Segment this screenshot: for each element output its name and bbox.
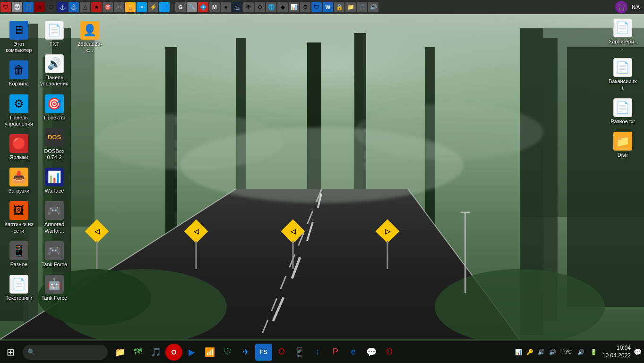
triangle-icon[interactable]: △ xyxy=(80,2,90,12)
music-app-icon[interactable]: 🎵 xyxy=(23,2,34,12)
m-icon[interactable]: M xyxy=(209,2,220,12)
anchor-icon[interactable]: ⚓ xyxy=(57,2,68,12)
transfer-icon[interactable]: ↕ xyxy=(309,344,326,361)
soldier-icon[interactable]: 🎯 xyxy=(103,2,113,12)
icon-dosbox[interactable]: DOS DOSBox0.74-2 xyxy=(38,126,71,162)
icon-armored[interactable]: 🎮 ArmoredWarfar... xyxy=(38,199,71,236)
volume-icon[interactable]: 🔊 xyxy=(576,347,586,357)
maps-icon[interactable]: 🗺 xyxy=(129,344,146,361)
opera2-icon[interactable]: O xyxy=(381,344,398,361)
rhombus-icon[interactable]: ◆ xyxy=(277,2,288,12)
search-bar[interactable]: 🔍 xyxy=(23,345,108,360)
icon-control-panel[interactable]: ⚙ Панельуправления xyxy=(2,93,35,129)
music-player-icon[interactable]: 🎵 xyxy=(147,344,164,361)
icon-233cad[interactable]: 👤 233cad2a-c... xyxy=(73,19,106,55)
globe-icon[interactable]: 🌐 xyxy=(266,2,276,12)
trophy-icon[interactable]: 🏆 xyxy=(125,2,136,12)
icon-harakt[interactable]: 📄 Характери... xyxy=(606,17,639,53)
textoviki-image: 📄 xyxy=(9,275,28,294)
red-diamond-icon[interactable]: 💠 xyxy=(198,2,208,12)
telegram-icon[interactable]: ✈ xyxy=(237,344,254,361)
system-clock[interactable]: 10:04 10.04.2022 xyxy=(602,345,631,359)
media-player-icon[interactable]: ▶ xyxy=(183,344,200,361)
steam-icon[interactable]: ♨ xyxy=(232,2,242,12)
icon-war-robots[interactable]: 🤖 Tank Force xyxy=(38,273,71,303)
wifi-icon[interactable]: 📶 xyxy=(201,344,218,361)
opera-icon[interactable]: O xyxy=(273,344,290,361)
icon-yarlyki[interactable]: 🔴 Ярлыки xyxy=(2,132,35,162)
raznoe-image: 📱 xyxy=(9,241,28,260)
svg-text:◁: ◁ xyxy=(290,228,296,235)
dosbox-label: DOSBox0.74-2 xyxy=(44,148,65,160)
settings-icon[interactable]: ⚙ xyxy=(255,2,265,12)
music3-icon[interactable]: 🎵 xyxy=(357,2,367,12)
icon-raznoe-txt[interactable]: 📄 Разное.txt xyxy=(606,96,639,127)
w-icon[interactable]: W xyxy=(323,2,333,12)
icon-proekty[interactable]: 🎯 Проекты xyxy=(38,93,71,123)
tray-vol2-icon[interactable]: 🔊 xyxy=(548,347,558,357)
harakt-image: 📄 xyxy=(613,18,632,37)
edge-icon[interactable]: e xyxy=(345,344,362,361)
tray-vol1-icon[interactable]: 🔊 xyxy=(536,347,547,357)
icon-this-pc[interactable]: 🖥 Этоткомпьютер xyxy=(2,19,35,55)
start-button[interactable]: ⊞ xyxy=(0,342,21,363)
file-explorer-icon[interactable]: 📁 xyxy=(112,344,129,361)
textoviki-label: Текстовики xyxy=(6,295,33,301)
kaspersky-icon[interactable]: 🛡 xyxy=(219,344,236,361)
233cad-image: 👤 xyxy=(80,21,99,40)
gena-icon[interactable]: G xyxy=(175,2,186,12)
svg-point-36 xyxy=(94,113,283,170)
this-pc-image: 🖥 xyxy=(9,21,28,40)
pocket-icon[interactable]: P xyxy=(327,344,344,361)
game-icon-5[interactable]: 🎮 xyxy=(114,2,124,12)
messenger-icon[interactable]: 💬 xyxy=(363,344,380,361)
233cad-label: 233cad2a-c... xyxy=(75,41,104,53)
shield-icon2[interactable]: 🛡 xyxy=(46,2,56,12)
tray-chart-icon[interactable]: 📊 xyxy=(514,347,524,357)
recycle-image: 🗑 xyxy=(9,60,28,79)
vakansii-image: 📄 xyxy=(613,58,632,77)
sound-label: Панель управления xyxy=(40,75,69,87)
purple-circle-icon[interactable]: 🎧 xyxy=(615,1,627,13)
circle-icon[interactable]: ● xyxy=(221,2,231,12)
gear-icon[interactable]: ⚙ xyxy=(300,2,310,12)
battery-icon[interactable]: 🔋 xyxy=(587,347,601,357)
icon-txt[interactable]: 📄 TXT xyxy=(38,19,71,49)
folder-icon[interactable]: 📁 xyxy=(345,2,356,12)
icon-vakansii[interactable]: 📄 Вакансии.txt xyxy=(606,56,639,93)
skull-icon[interactable]: 💀 xyxy=(12,2,22,12)
anchor2-icon[interactable]: ⚓ xyxy=(69,2,79,12)
diamond-icon[interactable]: 💠 xyxy=(137,2,147,12)
separator1: | xyxy=(171,3,174,11)
war-icon-1[interactable]: ⚔ xyxy=(34,2,45,12)
vol-icon[interactable]: 🔊 xyxy=(368,2,378,12)
raznoe-txt-image: 📄 xyxy=(613,98,632,117)
icon-recycle[interactable]: 🗑 Корзина xyxy=(2,59,35,89)
swirl-icon[interactable]: 🌀 xyxy=(159,2,170,12)
antivirus-icon[interactable]: 🛡 xyxy=(0,2,11,12)
control-panel-image: ⚙ xyxy=(9,94,28,113)
icon-zagruzki[interactable]: 📥 Загрузки xyxy=(2,166,35,196)
icon-distr[interactable]: 📁 Distr xyxy=(606,130,639,160)
icon-raznoe[interactable]: 📱 Разное xyxy=(2,239,35,270)
icon-sound[interactable]: 🔊 Панель управления xyxy=(38,52,71,89)
language-indicator[interactable]: РУС xyxy=(559,347,575,357)
harakt-label: Характери... xyxy=(608,39,637,51)
eye-icon[interactable]: 👁 xyxy=(243,2,254,12)
notification-button[interactable]: 💬 xyxy=(631,346,644,359)
system-tray: 📊 🔑 🔊 🔊 РУС 🔊 🔋 xyxy=(512,347,602,357)
opera-gx-icon[interactable]: O xyxy=(165,344,182,361)
star-icon[interactable]: ★ xyxy=(91,2,102,12)
icon-tank-force[interactable]: 🎮 Tank Force xyxy=(38,239,71,270)
lightning-icon[interactable]: ⚡ xyxy=(148,2,158,12)
fs-icon[interactable]: FS xyxy=(255,344,272,361)
icon-kartinki[interactable]: 🖼 Картинки изсети xyxy=(2,199,35,236)
icon-warface[interactable]: 📊 Warface xyxy=(38,166,71,196)
wrench-icon[interactable]: 🔧 xyxy=(187,2,197,12)
tray-key-icon[interactable]: 🔑 xyxy=(525,347,535,357)
chart-icon[interactable]: 📊 xyxy=(289,2,299,12)
whatsapp-icon[interactable]: 📱 xyxy=(291,344,308,361)
shield3-icon[interactable]: 🛡 xyxy=(311,2,322,12)
icon-textoviki[interactable]: 📄 Текстовики xyxy=(2,273,35,303)
lock-icon[interactable]: 🔒 xyxy=(334,2,344,12)
